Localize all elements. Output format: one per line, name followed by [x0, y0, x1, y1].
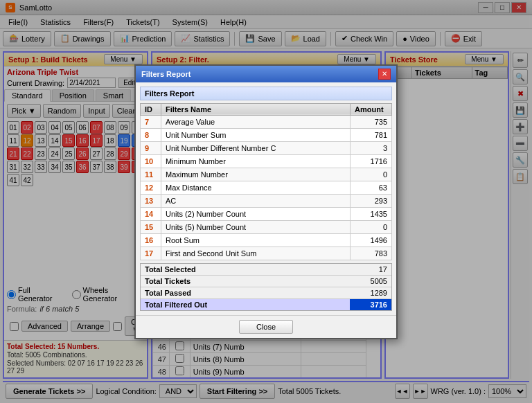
modal-name-cell: Maximum Number	[161, 168, 351, 181]
modal-id-cell: 15	[141, 220, 161, 233]
modal-id-cell: 8	[141, 128, 161, 141]
modal-overlay[interactable]: Filters Report ✕ Filters Report ID Filte…	[0, 0, 532, 403]
modal-subtitle: Filters Report	[140, 87, 392, 100]
modal-table-row: 12 Max Distance 63	[141, 181, 392, 194]
modal-name-cell: AC	[161, 194, 351, 207]
modal-amount-cell: 293	[351, 194, 392, 207]
modal-id-cell: 13	[141, 194, 161, 207]
modal-summary-row: Total Passed 1289	[141, 287, 391, 299]
modal-table-row: 10 Minimum Number 1716	[141, 154, 392, 168]
modal-amount-cell: 783	[351, 247, 392, 260]
modal-name-cell: Unit Number Different Number C	[161, 141, 351, 154]
modal-col-amount: Amount	[351, 103, 392, 115]
modal-name-cell: Root Sum	[161, 233, 351, 247]
modal-table-row: 16 Root Sum 1496	[141, 233, 392, 247]
modal-name-cell: Units (2) Number Count	[161, 207, 351, 220]
modal-amount-cell: 1496	[351, 233, 392, 247]
summary-value: 1289	[350, 287, 391, 298]
modal-summary-row: Total Filtered Out 3716	[141, 299, 391, 310]
filters-report-modal: Filters Report ✕ Filters Report ID Filte…	[134, 64, 398, 339]
summary-value: 3716	[350, 299, 391, 310]
modal-id-cell: 14	[141, 207, 161, 220]
modal-table-row: 13 AC 293	[141, 194, 392, 207]
modal-name-cell: Max Distance	[161, 181, 351, 194]
modal-amount-cell: 3	[351, 141, 392, 154]
summary-label: Total Selected	[141, 264, 350, 275]
modal-summary: Total Selected 17 Total Tickets 5005 Tot…	[140, 263, 392, 311]
modal-id-cell: 17	[141, 247, 161, 260]
modal-id-cell: 11	[141, 168, 161, 181]
modal-amount-cell: 1716	[351, 154, 392, 168]
summary-value: 17	[350, 264, 391, 275]
modal-col-name: Filters Name	[161, 103, 351, 115]
modal-title: Filters Report	[141, 70, 191, 78]
modal-table-row: 15 Units (5) Number Count 0	[141, 220, 392, 233]
modal-titlebar: Filters Report ✕	[136, 66, 396, 82]
modal-name-cell: Unit Number Sum	[161, 128, 351, 141]
summary-label: Total Filtered Out	[141, 299, 350, 310]
summary-value: 5005	[350, 276, 391, 287]
modal-id-cell: 9	[141, 141, 161, 154]
modal-amount-cell: 63	[351, 181, 392, 194]
modal-table-row: 8 Unit Number Sum 781	[141, 128, 392, 141]
modal-table: ID Filters Name Amount 7 Average Value 7…	[140, 103, 392, 260]
modal-table-row: 9 Unit Number Different Number C 3	[141, 141, 392, 154]
summary-label: Total Passed	[141, 287, 350, 298]
modal-close-button[interactable]: ✕	[378, 69, 391, 80]
modal-name-cell: Average Value	[161, 115, 351, 128]
modal-name-cell: Minimum Number	[161, 154, 351, 168]
modal-close-footer-button[interactable]: Close	[239, 320, 293, 334]
modal-amount-cell: 0	[351, 168, 392, 181]
modal-summary-row: Total Tickets 5005	[141, 276, 391, 287]
modal-table-row: 11 Maximum Number 0	[141, 168, 392, 181]
summary-label: Total Tickets	[141, 276, 350, 287]
modal-amount-cell: 0	[351, 220, 392, 233]
modal-table-row: 7 Average Value 735	[141, 115, 392, 128]
modal-name-cell: Units (5) Number Count	[161, 220, 351, 233]
modal-name-cell: First and Second Unit Sum	[161, 247, 351, 260]
modal-amount-cell: 781	[351, 128, 392, 141]
modal-id-cell: 16	[141, 233, 161, 247]
modal-table-row: 14 Units (2) Number Count 1435	[141, 207, 392, 220]
modal-summary-row: Total Selected 17	[141, 264, 391, 276]
modal-amount-cell: 735	[351, 115, 392, 128]
modal-table-row: 17 First and Second Unit Sum 783	[141, 247, 392, 260]
modal-id-cell: 7	[141, 115, 161, 128]
modal-id-cell: 10	[141, 154, 161, 168]
modal-id-cell: 12	[141, 181, 161, 194]
modal-col-id: ID	[141, 103, 161, 115]
modal-amount-cell: 1435	[351, 207, 392, 220]
modal-footer: Close	[136, 315, 396, 338]
modal-body: Filters Report ID Filters Name Amount 7 …	[136, 82, 396, 315]
